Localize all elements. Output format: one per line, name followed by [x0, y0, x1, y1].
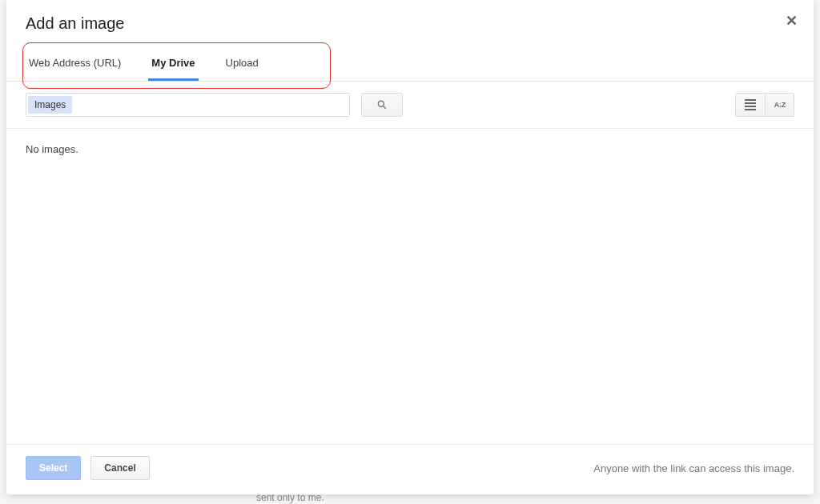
modal-footer: Select Cancel Anyone with the link can a…: [6, 444, 814, 494]
breadcrumb-search: Images: [26, 93, 350, 117]
svg-line-1: [383, 106, 385, 108]
toolbar: Images A↓Z: [6, 82, 814, 129]
list-icon: [745, 99, 756, 110]
search-input[interactable]: [74, 94, 349, 116]
search-button[interactable]: [361, 93, 403, 117]
sort-az-icon: A↓Z: [774, 101, 786, 109]
tab-my-drive[interactable]: My Drive: [148, 50, 198, 81]
content-area: No images.: [6, 129, 814, 444]
modal-title: Add an image: [26, 14, 794, 33]
footer-note: Anyone with the link can access this ima…: [593, 462, 794, 474]
breadcrumb-chip-images[interactable]: Images: [28, 96, 72, 114]
close-icon: ✕: [786, 13, 798, 29]
empty-state-text: No images.: [26, 143, 794, 155]
close-button[interactable]: ✕: [783, 13, 799, 29]
tabs-container: Web Address (URL) My Drive Upload: [6, 50, 814, 82]
modal-header: Add an image ✕: [6, 0, 814, 33]
select-button[interactable]: Select: [26, 456, 81, 480]
search-icon: [376, 99, 388, 110]
view-toggle-group: A↓Z: [735, 93, 794, 117]
svg-point-0: [378, 101, 384, 106]
add-image-modal: Add an image ✕ Web Address (URL) My Driv…: [6, 0, 814, 494]
list-view-button[interactable]: [736, 94, 765, 116]
tab-web-address[interactable]: Web Address (URL): [26, 50, 124, 81]
sort-button[interactable]: A↓Z: [765, 94, 794, 116]
tab-upload[interactable]: Upload: [223, 50, 262, 81]
tabs: Web Address (URL) My Drive Upload: [6, 50, 814, 81]
cancel-button[interactable]: Cancel: [90, 456, 149, 480]
